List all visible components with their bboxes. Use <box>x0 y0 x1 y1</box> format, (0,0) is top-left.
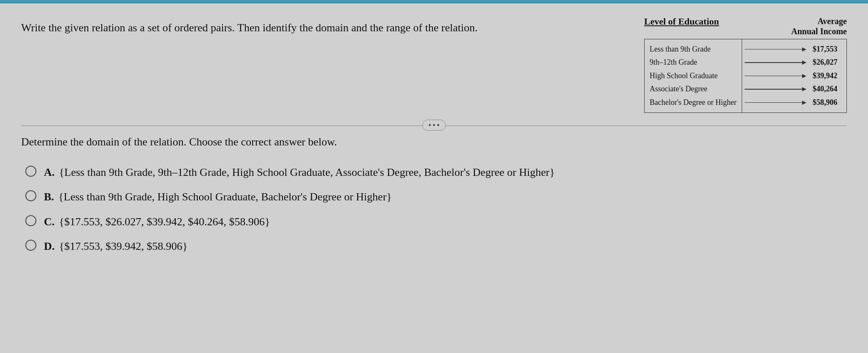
option-b[interactable]: B. {Less than 9th Grade, High School Gra… <box>25 189 847 205</box>
question-text: Write the given relation as a set of ord… <box>21 16 478 36</box>
range-item-4: $40,264 <box>813 82 842 96</box>
domain-item-3: High School Graduate <box>650 69 737 82</box>
domain-item-2: 9th–12th Grade <box>650 56 737 69</box>
option-d-label: D. {$17.553, $39.942, $58.906} <box>44 239 188 254</box>
domain-item-1: Less than 9th Grade <box>650 43 737 56</box>
option-c-label: C. {$17.553, $26.027, $39.942, $40.264, … <box>44 214 270 230</box>
diagram-headers: Level of Education Average Annual Income <box>644 16 847 36</box>
option-b-text: {Less than 9th Grade, High School Gradua… <box>58 191 392 203</box>
radio-c[interactable] <box>25 215 36 226</box>
range-item-3: $39,942 <box>813 69 842 82</box>
option-b-letter: B. <box>44 191 54 203</box>
diagram-header-right: Average Annual Income <box>791 16 847 36</box>
radio-a[interactable] <box>25 166 36 177</box>
option-c-text: {$17.553, $26.027, $39.942, $40.264, $58… <box>59 216 270 228</box>
question-section: Write the given relation as a set of ord… <box>21 16 847 113</box>
domain-column: Less than 9th Grade 9th–12th Grade High … <box>645 39 742 112</box>
option-d[interactable]: D. {$17.553, $39.942, $58.906} <box>25 239 847 254</box>
option-b-label: B. {Less than 9th Grade, High School Gra… <box>44 189 392 205</box>
expand-dots-button[interactable]: • • • <box>422 120 446 131</box>
domain-item-5: Bachelor's Degree or Higher <box>650 96 737 109</box>
arrow-5 <box>745 101 806 105</box>
radio-d[interactable] <box>25 240 36 251</box>
option-a-text: {Less than 9th Grade, 9th–12th Grade, Hi… <box>59 166 555 178</box>
arrow-2 <box>745 60 806 65</box>
arrow-line-2 <box>745 62 806 63</box>
option-c[interactable]: C. {$17.553, $26.027, $39.942, $40.264, … <box>25 214 847 230</box>
arrow-1 <box>745 47 806 52</box>
main-content: Write the given relation as a set of ord… <box>0 3 868 353</box>
arrows-column <box>742 39 808 112</box>
option-a-letter: A. <box>44 166 54 178</box>
diagram-container: Level of Education Average Annual Income… <box>644 16 847 113</box>
domain-item-4: Associate's Degree <box>650 82 737 96</box>
range-item-2: $26,027 <box>813 56 842 69</box>
expand-dots-container: • • • <box>422 120 446 131</box>
diagram-header-left: Level of Education <box>644 16 719 36</box>
determine-text: Determine the domain of the relation. Ch… <box>21 134 847 150</box>
arrow-line-3 <box>745 76 806 77</box>
arrow-line-1 <box>745 49 806 50</box>
answer-options: A. {Less than 9th Grade, 9th–12th Grade,… <box>25 165 847 254</box>
arrow-line-4 <box>745 89 806 90</box>
range-item-1: $17,553 <box>813 43 842 56</box>
option-a[interactable]: A. {Less than 9th Grade, 9th–12th Grade,… <box>25 165 847 180</box>
arrow-line-5 <box>745 102 806 103</box>
radio-b[interactable] <box>25 190 36 201</box>
arrow-3 <box>745 74 806 78</box>
arrow-4 <box>745 87 806 91</box>
option-d-letter: D. <box>44 240 54 252</box>
option-a-label: A. {Less than 9th Grade, 9th–12th Grade,… <box>44 165 555 180</box>
diagram-box: Less than 9th Grade 9th–12th Grade High … <box>644 39 847 113</box>
option-d-text: {$17.553, $39.942, $58.906} <box>59 240 188 252</box>
top-bar <box>0 0 868 3</box>
option-c-letter: C. <box>44 216 54 228</box>
range-item-5: $58,906 <box>813 96 842 109</box>
range-column: $17,553 $26,027 $39,942 $40,264 $58,906 <box>808 39 846 112</box>
